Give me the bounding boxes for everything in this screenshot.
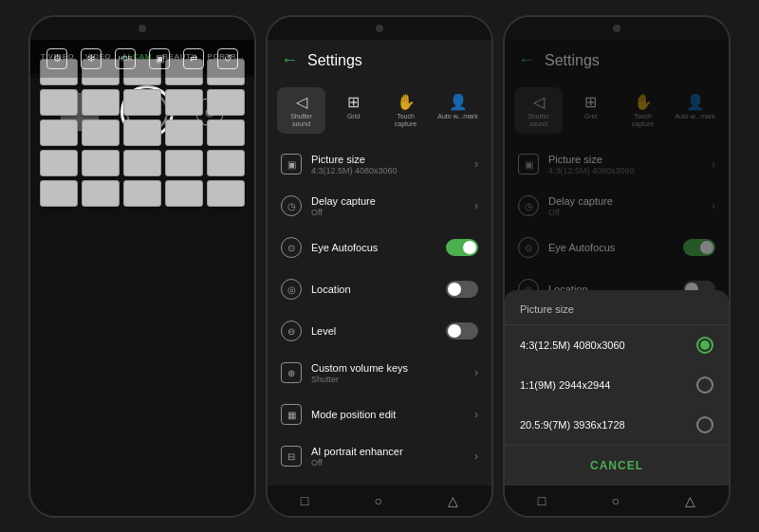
ai-portrait-content: AI portrait enhancer Off	[311, 446, 474, 468]
touch-capture-icon: ✋	[397, 93, 416, 111]
settings-header: ← Settings	[268, 40, 491, 82]
level-content: Level	[311, 325, 446, 337]
level-name: Level	[311, 325, 446, 337]
delay-capture-name: Delay capture	[311, 195, 474, 207]
dialog-option-1[interactable]: 4:3(12.5M) 4080x3060	[505, 325, 729, 365]
eye-autofocus-toggle[interactable]	[446, 239, 478, 256]
setting-level[interactable]: ⊖ Level	[268, 310, 491, 352]
back-button[interactable]: ←	[281, 50, 298, 70]
hdr-icon[interactable]: HDR	[115, 48, 136, 69]
nav-circle-2[interactable]: ○	[374, 493, 381, 508]
key-11	[40, 119, 78, 146]
key-9	[165, 89, 203, 116]
timer-icon[interactable]: ↺	[217, 48, 238, 69]
nav-circle-3[interactable]: ○	[611, 493, 619, 508]
eye-autofocus-content: Eye Autofocus	[311, 242, 446, 253]
settings-icon[interactable]: ⚙	[46, 48, 67, 69]
setting-delay-capture[interactable]: ◷ Delay capture Off ›	[268, 185, 491, 227]
nav-triangle-3[interactable]: △	[685, 493, 695, 508]
picture-size-right: ›	[474, 157, 478, 171]
phone-camera: ⚙ ✻ HDR ▣ ⇄ ↺ T VIDEO VIDEO AI CAM BEAUT…	[28, 15, 256, 518]
ai-portrait-value: Off	[311, 458, 474, 468]
key-14	[165, 119, 203, 146]
radio-btn-1[interactable]	[696, 337, 713, 354]
key-17	[82, 150, 120, 176]
setting-location[interactable]: ◎ Location	[268, 268, 491, 310]
eye-autofocus-icon: ⊙	[281, 237, 302, 258]
nav-square-3[interactable]: □	[538, 493, 546, 508]
flip-icon[interactable]: ⇄	[183, 48, 204, 69]
ai-portrait-name: AI portrait enhancer	[311, 446, 474, 457]
eye-autofocus-name: Eye Autofocus	[311, 242, 446, 253]
key-8	[123, 89, 161, 116]
tab-touch-capture[interactable]: ✋ Touch capture	[381, 87, 430, 135]
location-name: Location	[311, 284, 446, 295]
location-right	[446, 281, 478, 298]
status-bar-3	[505, 17, 729, 40]
key-18	[123, 150, 161, 176]
nav-triangle-2[interactable]: △	[448, 493, 458, 508]
key-20	[207, 150, 245, 176]
cancel-button[interactable]: CANCEL	[505, 445, 729, 486]
phone-settings-dialog: ← Settings ◁ Shutter sound ⊞ Grid ✋ Touc…	[503, 15, 731, 518]
ratio-icon[interactable]: ▣	[149, 48, 170, 69]
ai-portrait-icon: ⊟	[281, 446, 302, 467]
key-7	[82, 89, 120, 116]
radio-btn-3[interactable]	[696, 416, 713, 433]
key-21	[40, 180, 78, 207]
key-19	[165, 150, 203, 176]
setting-custom-volume[interactable]: ⊕ Custom volume keys Shutter ›	[268, 352, 491, 394]
setting-qr-code[interactable]: ⊞ QR code	[268, 477, 491, 485]
radio-btn-2[interactable]	[696, 376, 713, 394]
key-23	[123, 180, 161, 207]
location-content: Location	[311, 284, 446, 295]
setting-ai-portrait[interactable]: ⊟ AI portrait enhancer Off ›	[268, 435, 491, 477]
level-toggle[interactable]	[446, 322, 478, 339]
key-6	[40, 89, 78, 116]
dialog-option-3-text: 20.5:9(7M) 3936x1728	[520, 419, 696, 431]
settings-list: ▣ Picture size 4:3(12.5M) 4080x3060 › ◷ …	[268, 139, 491, 485]
flash-icon[interactable]: ✻	[81, 48, 102, 69]
dialog-option-3[interactable]: 20.5:9(7M) 3936x1728	[505, 405, 729, 445]
key-10	[207, 89, 245, 116]
camera-dot-2	[376, 25, 383, 32]
grid-label: Grid	[347, 113, 360, 120]
nav-bar-2: □ ○ △	[268, 486, 491, 516]
dialog-option-1-text: 4:3(12.5M) 4080x3060	[520, 339, 696, 351]
mode-position-icon: ▦	[281, 404, 302, 425]
tab-shutter-sound[interactable]: ◁ Shutter sound	[277, 87, 325, 135]
picture-size-name: Picture size	[311, 154, 474, 165]
setting-picture-size[interactable]: ▣ Picture size 4:3(12.5M) 4080x3060 ›	[268, 143, 491, 185]
tab-grid[interactable]: ⊞ Grid	[329, 87, 378, 135]
custom-volume-icon: ⊕	[281, 362, 302, 383]
dialog-overlay: Picture size 4:3(12.5M) 4080x3060 1:1(9M…	[505, 40, 729, 486]
camera-dot-1	[139, 25, 146, 32]
level-right	[446, 322, 478, 339]
mode-position-content: Mode position edit	[311, 409, 474, 420]
picture-size-value: 4:3(12.5M) 4080x3060	[311, 166, 474, 175]
tab-watermark[interactable]: 👤 Auto w...mark	[434, 87, 482, 135]
settings-title: Settings	[307, 52, 362, 69]
eye-autofocus-right	[446, 239, 478, 256]
key-24	[165, 180, 203, 207]
key-13	[123, 119, 161, 146]
custom-volume-name: Custom volume keys	[311, 362, 474, 374]
dialog-option-2[interactable]: 1:1(9M) 2944x2944	[505, 365, 729, 405]
custom-volume-content: Custom volume keys Shutter	[311, 362, 474, 384]
status-bar-2	[268, 17, 491, 40]
ai-portrait-right: ›	[474, 449, 478, 463]
location-toggle[interactable]	[446, 281, 478, 298]
watermark-icon: 👤	[449, 93, 468, 111]
shutter-sound-icon: ◁	[296, 93, 307, 111]
key-16	[40, 150, 78, 176]
setting-mode-position[interactable]: ▦ Mode position edit ›	[268, 394, 491, 435]
nav-square-2[interactable]: □	[301, 493, 308, 508]
mode-position-right: ›	[474, 408, 478, 421]
mode-position-chevron: ›	[474, 408, 478, 421]
picture-size-content: Picture size 4:3(12.5M) 4080x3060	[311, 154, 474, 175]
custom-volume-chevron: ›	[474, 366, 478, 379]
setting-eye-autofocus[interactable]: ⊙ Eye Autofocus	[268, 227, 491, 268]
level-toggle-thumb	[448, 324, 461, 338]
location-toggle-thumb	[448, 283, 461, 296]
picture-size-icon: ▣	[281, 154, 302, 174]
